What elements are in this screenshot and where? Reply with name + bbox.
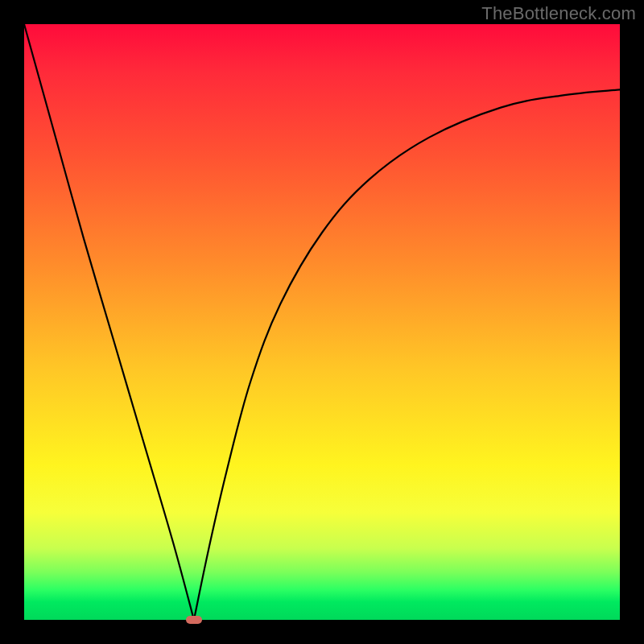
watermark-text: TheBottleneck.com [481,3,636,24]
curve-svg [24,24,620,620]
plot-area [24,24,620,620]
chart-container: TheBottleneck.com [0,0,644,644]
curve-left-branch [24,24,194,620]
curve-right-branch [194,89,620,620]
vertex-marker [186,616,202,624]
